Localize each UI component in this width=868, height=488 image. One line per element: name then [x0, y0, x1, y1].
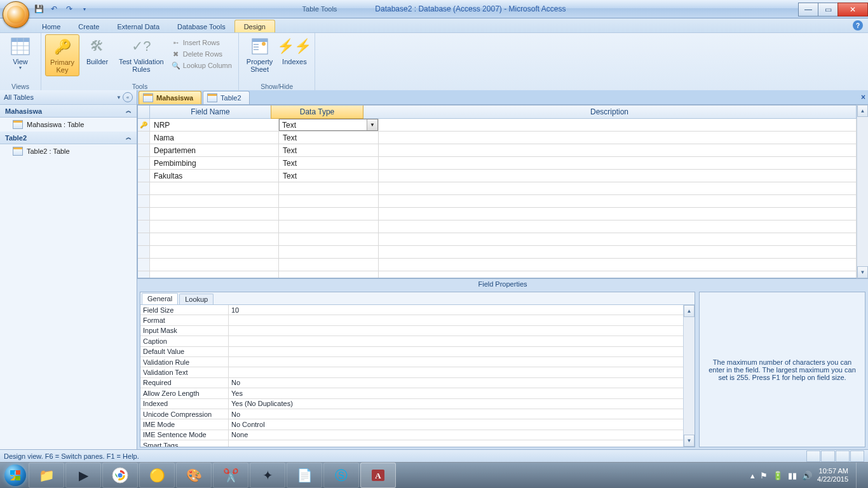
test-validation-button[interactable]: ✓? Test Validation Rules [115, 34, 168, 75]
cell-description[interactable] [379, 259, 857, 271]
cell-field-name[interactable] [150, 208, 279, 220]
cell-field-name[interactable]: Departemen [150, 144, 279, 156]
cell-data-type[interactable] [279, 233, 379, 245]
taskbar-chrome[interactable] [102, 463, 138, 488]
row-selector[interactable] [138, 233, 150, 245]
insert-rows-button[interactable]: ➵Insert Rows [169, 37, 234, 48]
view-button[interactable]: View ▼ [4, 34, 37, 72]
nav-group[interactable]: Mahasiswa︽ [0, 105, 137, 118]
redo-icon[interactable]: ↷ [64, 3, 75, 15]
cell-description[interactable] [379, 195, 857, 207]
tray-up-icon[interactable]: ▴ [750, 471, 755, 480]
volume-icon[interactable]: 🔊 [802, 471, 812, 480]
cell-description[interactable] [379, 170, 857, 182]
view-pivot-button[interactable] [821, 451, 835, 462]
fp-value[interactable]: No [229, 378, 683, 388]
row-selector[interactable] [138, 195, 150, 207]
fp-tab-general[interactable]: General [142, 293, 178, 304]
doc-tab-mahasiswa[interactable]: Mahasiswa [139, 91, 201, 104]
row-selector[interactable] [138, 170, 150, 182]
tab-design[interactable]: Design [234, 20, 275, 32]
fp-value[interactable]: No Control [229, 419, 683, 429]
taskbar-app1[interactable]: 🟡 [139, 463, 175, 488]
cell-description[interactable] [379, 157, 857, 169]
taskbar-app2[interactable]: 📄 [287, 463, 322, 488]
collapse-pane-icon[interactable]: « [123, 92, 133, 102]
indexes-button[interactable]: ⚡⚡ Indexes [278, 34, 311, 67]
cell-data-type[interactable] [279, 246, 379, 258]
scroll-up-icon[interactable]: ▲ [857, 105, 868, 117]
cell-field-name[interactable]: Nama [150, 132, 279, 144]
col-data-type[interactable]: Data Type [271, 105, 363, 119]
cell-description[interactable] [379, 144, 857, 156]
grid-row[interactable] [138, 271, 857, 278]
taskbar-explorer[interactable]: 📁 [29, 463, 64, 488]
taskbar-skype[interactable]: Ⓢ [323, 463, 359, 488]
tab-external-data[interactable]: External Data [108, 20, 168, 32]
cell-field-name[interactable]: Pembimbing [150, 157, 279, 169]
maximize-button[interactable]: ▭ [818, 3, 838, 17]
cell-data-type[interactable]: Text [279, 157, 379, 169]
taskbar-paint[interactable]: 🎨 [176, 463, 212, 488]
col-description[interactable]: Description [363, 105, 857, 118]
start-button[interactable] [3, 463, 28, 488]
office-button[interactable] [3, 1, 29, 28]
taskbar-wmp[interactable]: ▶ [65, 463, 101, 488]
grid-row[interactable] [138, 259, 857, 271]
fp-value[interactable]: Yes [229, 388, 683, 398]
cell-data-type[interactable] [279, 271, 379, 278]
cell-data-type[interactable] [279, 259, 379, 271]
row-selector[interactable] [138, 259, 150, 271]
fp-row[interactable]: Validation Rule [140, 357, 683, 367]
nav-item[interactable]: Table2 : Table [0, 144, 137, 158]
cell-data-type[interactable] [279, 220, 379, 233]
cell-description[interactable] [379, 132, 857, 144]
cell-field-name[interactable] [150, 271, 279, 278]
save-icon[interactable]: 💾 [33, 3, 44, 15]
cell-description[interactable] [379, 246, 857, 258]
row-selector[interactable] [138, 157, 150, 169]
battery-icon[interactable]: 🔋 [773, 471, 783, 480]
chevron-down-icon[interactable]: ▼ [116, 95, 121, 100]
cell-field-name[interactable] [150, 233, 279, 245]
fp-row[interactable]: IME Sentence ModeNone [140, 430, 683, 440]
taskbar-access[interactable]: A [360, 463, 396, 488]
scroll-up-icon[interactable]: ▲ [684, 305, 695, 317]
fp-value[interactable]: No [229, 409, 683, 419]
fp-value[interactable] [229, 347, 683, 356]
lookup-column-button[interactable]: 🔍Lookup Column [169, 60, 234, 71]
row-selector[interactable] [138, 182, 150, 194]
nav-item[interactable]: Mahasiswa : Table [0, 118, 137, 132]
grid-row[interactable] [138, 195, 857, 208]
row-selector[interactable] [138, 271, 150, 278]
grid-row[interactable] [138, 208, 857, 220]
cell-data-type[interactable]: Text [279, 132, 379, 144]
fp-value[interactable]: None [229, 430, 683, 440]
cell-description[interactable] [379, 208, 857, 220]
undo-icon[interactable]: ↶ [48, 3, 60, 15]
data-type-dropdown[interactable]: Text▼ [279, 119, 378, 131]
taskbar-snip[interactable]: ✂️ [213, 463, 248, 488]
nav-group[interactable]: Table2︽ [0, 132, 137, 144]
fp-row[interactable]: Input Mask [140, 326, 683, 336]
fp-row[interactable]: IndexedYes (No Duplicates) [140, 399, 683, 409]
tab-home[interactable]: Home [33, 20, 69, 32]
view-design-button[interactable] [850, 451, 864, 462]
vertical-scrollbar[interactable]: ▲ ▼ [857, 105, 868, 278]
fp-value[interactable] [229, 440, 683, 447]
cell-data-type[interactable]: Text▼ [279, 119, 379, 131]
fp-tab-lookup[interactable]: Lookup [179, 294, 214, 304]
taskbar-photos[interactable]: ✦ [250, 463, 285, 488]
nav-header[interactable]: All Tables ▼« [0, 90, 137, 105]
tab-database-tools[interactable]: Database Tools [168, 20, 234, 32]
cell-field-name[interactable] [150, 182, 279, 194]
cell-description[interactable] [379, 182, 857, 194]
fp-scrollbar[interactable]: ▲ ▼ [683, 305, 695, 447]
scroll-down-icon[interactable]: ▼ [684, 435, 695, 447]
grid-row[interactable]: FakultasText [138, 170, 857, 182]
fp-value[interactable] [229, 336, 683, 346]
grid-row[interactable] [138, 182, 857, 195]
minimize-button[interactable]: — [798, 3, 818, 17]
tab-create[interactable]: Create [69, 20, 108, 32]
fp-row[interactable]: Default Value [140, 347, 683, 357]
